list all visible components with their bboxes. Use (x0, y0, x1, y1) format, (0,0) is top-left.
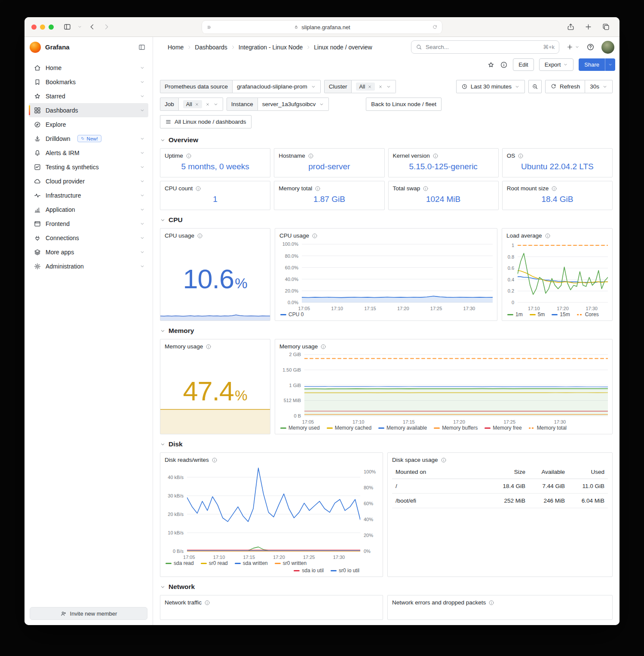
legend-item-sr0-read[interactable]: sr0 read (201, 560, 228, 566)
breadcrumb-item-linux-node-overview[interactable]: Linux node / overview (314, 44, 372, 51)
dock-menu-icon[interactable] (138, 43, 146, 51)
back-icon[interactable] (88, 23, 96, 31)
cluster-filter[interactable]: Cluster All (324, 80, 396, 93)
chart-plot-area[interactable] (187, 464, 360, 554)
chevron-down-icon[interactable] (140, 94, 145, 99)
edit-button[interactable]: Edit (513, 58, 534, 71)
close-icon[interactable] (368, 85, 372, 89)
sidebar-item-drilldown[interactable]: DrilldownNew! (29, 131, 148, 146)
job-filter[interactable]: Job All (160, 98, 223, 111)
share-button[interactable]: Share (579, 58, 615, 71)
back-to-fleet-button[interactable]: Back to Linux node / fleet (366, 98, 442, 111)
chevron-down-icon[interactable] (140, 179, 145, 184)
section-cpu[interactable]: CPU (160, 216, 613, 224)
legend-item-memory-used[interactable]: Memory used (280, 425, 320, 431)
chart-plot-area[interactable] (302, 240, 493, 305)
help-icon[interactable] (586, 43, 595, 51)
info-icon[interactable] (545, 233, 551, 239)
datasource-picker[interactable]: Prometheus data source grafanacloud-slip… (160, 80, 321, 93)
new-tab-icon[interactable] (584, 23, 592, 31)
sidebar-item-starred[interactable]: Starred (29, 89, 148, 103)
info-icon[interactable] (432, 153, 439, 159)
info-icon[interactable] (423, 186, 429, 192)
search-input[interactable] (426, 44, 540, 50)
sidebar-item-connections[interactable]: Connections (29, 231, 148, 245)
section-network[interactable]: Network (160, 583, 613, 591)
chevron-down-icon[interactable] (140, 207, 145, 212)
grafana-logo[interactable] (30, 42, 41, 53)
sidebar-item-alerts-irm[interactable]: Alerts & IRM (29, 146, 148, 160)
legend-item-sda-written[interactable]: sda written (235, 560, 268, 566)
info-icon[interactable] (441, 457, 447, 463)
user-avatar[interactable] (601, 41, 614, 54)
legend-item-cores[interactable]: Cores (577, 311, 599, 317)
chevron-down-icon[interactable] (140, 221, 145, 226)
zoom-out-button[interactable] (528, 80, 542, 93)
chevron-down-icon[interactable] (77, 24, 82, 29)
close-icon[interactable] (195, 102, 199, 107)
legend-item-sr0-written[interactable]: sr0 written (275, 560, 307, 566)
section-memory[interactable]: Memory (160, 327, 613, 335)
share-menu-caret[interactable] (605, 58, 615, 71)
chevron-down-icon[interactable] (140, 150, 145, 156)
legend-item-sr0-io-util[interactable]: sr0 io util (331, 568, 359, 574)
sidebar-item-explore[interactable]: Explore (29, 117, 148, 131)
chevron-down-icon[interactable] (140, 165, 145, 170)
legend-item-memory-cached[interactable]: Memory cached (327, 425, 371, 431)
refresh-button[interactable]: Refresh (545, 80, 585, 93)
legend-item-memory-buffers[interactable]: Memory buffers (434, 425, 478, 431)
sidebar-item-dashboards[interactable]: Dashboards (29, 103, 148, 117)
reload-icon[interactable] (432, 24, 438, 30)
chevron-down-icon[interactable] (140, 79, 145, 85)
legend-item-15m[interactable]: 15m (552, 311, 570, 317)
chevron-down-icon[interactable] (140, 250, 145, 255)
sidebar-item-frontend[interactable]: Frontend (29, 217, 148, 231)
info-icon[interactable] (308, 153, 314, 159)
info-icon[interactable] (551, 186, 557, 192)
filter-chip[interactable]: All (183, 100, 202, 108)
export-button[interactable]: Export (539, 58, 574, 71)
legend-item-memory-available[interactable]: Memory available (378, 425, 427, 431)
chevron-down-icon[interactable] (140, 264, 145, 269)
chart-plot-area[interactable] (304, 351, 608, 418)
chevron-down-icon[interactable] (140, 193, 145, 198)
add-new-button[interactable] (566, 43, 580, 51)
filter-chip[interactable]: All (356, 82, 375, 91)
info-icon[interactable] (205, 344, 212, 350)
info-icon[interactable] (186, 153, 192, 159)
browser-share-icon[interactable] (567, 23, 575, 31)
legend-item-sda-read[interactable]: sda read (166, 560, 194, 566)
info-icon[interactable] (197, 233, 203, 239)
close-window-button[interactable] (31, 24, 37, 30)
favorite-star-icon[interactable] (487, 61, 495, 69)
chart-plot-area[interactable] (518, 240, 608, 305)
sidebar-item-infrastructure[interactable]: Infrastructure (29, 188, 148, 202)
reader-icon[interactable] (206, 24, 212, 30)
info-icon[interactable] (488, 600, 494, 606)
legend-item-sda-io-util[interactable]: sda io util (294, 568, 324, 574)
address-bar[interactable]: sliplane.grafana.net (202, 21, 442, 34)
legend-item-memory-free[interactable]: Memory free (485, 425, 521, 431)
sidebar-item-home[interactable]: Home (29, 61, 148, 75)
info-icon[interactable] (195, 186, 201, 192)
instance-picker[interactable]: Instance server_1a3ufgsoibcv (227, 98, 329, 111)
sidebar-item-bookmarks[interactable]: Bookmarks (29, 75, 148, 89)
chevron-down-icon[interactable] (140, 235, 145, 241)
sidebar-item-more-apps[interactable]: More apps (29, 245, 148, 259)
chevron-down-icon[interactable] (140, 108, 145, 113)
browser-sidebar-toggle-icon[interactable] (63, 23, 71, 31)
fullscreen-window-button[interactable] (49, 24, 54, 30)
chevron-down-icon[interactable] (140, 136, 145, 141)
breadcrumb-item-home[interactable]: Home (168, 44, 184, 51)
sidebar-item-testing-synthetics[interactable]: Testing & synthetics (29, 160, 148, 174)
clear-filter-icon[interactable] (378, 85, 383, 89)
section-disk[interactable]: Disk (160, 440, 613, 448)
info-icon[interactable] (320, 344, 326, 350)
tab-overview-icon[interactable] (602, 23, 610, 31)
sidebar-item-application[interactable]: Application (29, 202, 148, 217)
chevron-down-icon[interactable] (140, 65, 145, 70)
legend-item-5m[interactable]: 5m (530, 311, 545, 317)
refresh-interval-picker[interactable]: 30s (585, 80, 613, 93)
sidebar-item-administration[interactable]: Administration (29, 259, 148, 273)
section-overview[interactable]: Overview (160, 136, 613, 144)
